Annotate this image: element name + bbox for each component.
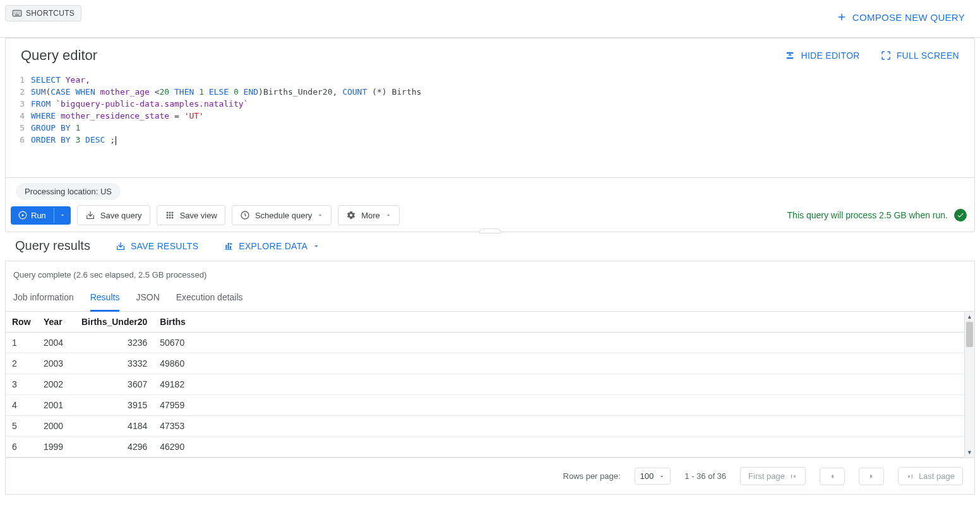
play-icon bbox=[18, 211, 27, 220]
col-births-under20: Births_Under20 bbox=[75, 312, 153, 333]
cell-births-under20: 3332 bbox=[75, 353, 153, 374]
query-status-text: This query will process 2.5 GB when run. bbox=[787, 210, 948, 220]
svg-rect-8 bbox=[19, 13, 20, 14]
svg-rect-4 bbox=[19, 11, 20, 12]
schedule-query-button[interactable]: Schedule query bbox=[232, 205, 332, 225]
col-row: Row bbox=[6, 312, 37, 333]
tab-execution-details[interactable]: Execution details bbox=[176, 286, 243, 312]
cell-row: 3 bbox=[6, 374, 37, 395]
scrollbar-thumb[interactable] bbox=[966, 322, 973, 347]
svg-rect-15 bbox=[169, 215, 170, 216]
prev-page-button[interactable] bbox=[820, 468, 845, 485]
text-cursor bbox=[116, 136, 116, 145]
cell-births-under20: 4184 bbox=[75, 416, 153, 437]
tab-job-information[interactable]: Job information bbox=[13, 286, 74, 312]
tab-results[interactable]: Results bbox=[90, 286, 120, 312]
rows-per-page-value: 100 bbox=[640, 471, 654, 481]
last-page-button[interactable]: Last page bbox=[898, 467, 963, 485]
processing-location-pill: Processing location: US bbox=[16, 183, 121, 200]
chevron-down-icon bbox=[659, 473, 665, 480]
cell-births: 47959 bbox=[153, 395, 204, 416]
svg-rect-3 bbox=[18, 11, 18, 12]
save-view-label: Save view bbox=[180, 211, 217, 220]
last-page-icon bbox=[906, 472, 915, 481]
cell-year: 2001 bbox=[37, 395, 75, 416]
cell-year: 1999 bbox=[37, 437, 75, 457]
cell-year: 2000 bbox=[37, 416, 75, 437]
chevron-down-icon bbox=[317, 212, 323, 218]
cell-births: 49860 bbox=[153, 353, 204, 374]
last-page-label: Last page bbox=[919, 471, 955, 481]
save-query-button[interactable]: Save query bbox=[77, 205, 150, 225]
svg-rect-11 bbox=[166, 212, 168, 214]
fullscreen-icon bbox=[880, 50, 892, 61]
chart-icon bbox=[224, 241, 234, 251]
next-page-button[interactable] bbox=[859, 468, 884, 485]
cell-births-under20: 3236 bbox=[75, 333, 153, 353]
svg-rect-5 bbox=[14, 13, 15, 14]
shortcuts-button[interactable]: SHORTCUTS bbox=[5, 5, 81, 21]
cell-row: 6 bbox=[6, 437, 37, 457]
scrollbar[interactable]: ▲ ▼ bbox=[964, 312, 974, 457]
schedule-label: Schedule query bbox=[255, 211, 312, 220]
query-complete-text: Query complete (2.6 sec elapsed, 2.5 GB … bbox=[6, 261, 974, 286]
svg-rect-2 bbox=[16, 11, 16, 12]
more-label: More bbox=[361, 211, 380, 220]
more-button[interactable]: More bbox=[338, 205, 400, 225]
table-row: 22003333249860 bbox=[6, 353, 974, 374]
cell-births: 50670 bbox=[153, 333, 204, 353]
results-panel: Query complete (2.6 sec elapsed, 2.5 GB … bbox=[5, 261, 975, 495]
svg-rect-14 bbox=[166, 215, 168, 216]
hide-editor-button[interactable]: HIDE EDITOR bbox=[784, 50, 859, 61]
first-page-label: First page bbox=[748, 471, 785, 481]
svg-rect-7 bbox=[18, 13, 18, 14]
cell-year: 2003 bbox=[37, 353, 75, 374]
save-results-button[interactable]: SAVE RESULTS bbox=[116, 241, 198, 251]
first-page-button[interactable]: First page bbox=[740, 467, 806, 485]
scroll-down-icon[interactable]: ▼ bbox=[965, 447, 974, 457]
cell-births-under20: 4296 bbox=[75, 437, 153, 457]
results-title: Query results bbox=[15, 239, 90, 253]
run-button[interactable]: Run bbox=[11, 206, 71, 225]
run-label: Run bbox=[31, 211, 46, 220]
hide-editor-label: HIDE EDITOR bbox=[801, 50, 859, 61]
cell-births: 46290 bbox=[153, 437, 204, 457]
svg-rect-19 bbox=[171, 217, 173, 219]
cell-births: 47353 bbox=[153, 416, 204, 437]
plus-icon bbox=[836, 11, 847, 23]
scroll-up-icon[interactable]: ▲ bbox=[965, 312, 974, 322]
explore-data-button[interactable]: EXPLORE DATA bbox=[224, 241, 320, 251]
chevron-right-icon bbox=[867, 472, 876, 481]
svg-rect-6 bbox=[16, 13, 16, 14]
svg-rect-17 bbox=[166, 217, 168, 219]
check-circle-icon bbox=[954, 209, 967, 221]
cell-year: 2002 bbox=[37, 374, 75, 395]
table-row: 12004323650670 bbox=[6, 333, 974, 353]
svg-rect-12 bbox=[169, 212, 170, 214]
sql-editor[interactable]: 1SELECT Year, 2SUM(CASE WHEN mother_age … bbox=[6, 70, 974, 177]
table-row: 61999429646290 bbox=[6, 437, 974, 457]
first-page-icon bbox=[789, 472, 798, 481]
run-dropdown[interactable] bbox=[54, 208, 71, 223]
chevron-down-icon bbox=[313, 242, 320, 250]
tab-json[interactable]: JSON bbox=[136, 286, 159, 312]
compose-label: COMPOSE NEW QUERY bbox=[852, 12, 965, 23]
chevron-left-icon bbox=[828, 472, 837, 481]
rows-per-page-label: Rows per page: bbox=[563, 471, 621, 481]
cell-row: 1 bbox=[6, 333, 37, 353]
compose-new-query-button[interactable]: COMPOSE NEW QUERY bbox=[836, 5, 965, 29]
download-icon bbox=[116, 241, 126, 251]
table-row: 32002360749182 bbox=[6, 374, 974, 395]
hide-editor-icon bbox=[784, 50, 796, 61]
col-births: Births bbox=[153, 312, 204, 333]
save-results-label: SAVE RESULTS bbox=[131, 241, 198, 251]
pagination-range: 1 - 36 of 36 bbox=[684, 471, 726, 481]
save-view-button[interactable]: Save view bbox=[157, 205, 225, 225]
cell-year: 2004 bbox=[37, 333, 75, 353]
fullscreen-label: FULL SCREEN bbox=[897, 50, 959, 61]
cell-row: 5 bbox=[6, 416, 37, 437]
rows-per-page-select[interactable]: 100 bbox=[635, 468, 671, 485]
fullscreen-button[interactable]: FULL SCREEN bbox=[880, 50, 959, 61]
cell-births: 49182 bbox=[153, 374, 204, 395]
col-year: Year bbox=[37, 312, 75, 333]
